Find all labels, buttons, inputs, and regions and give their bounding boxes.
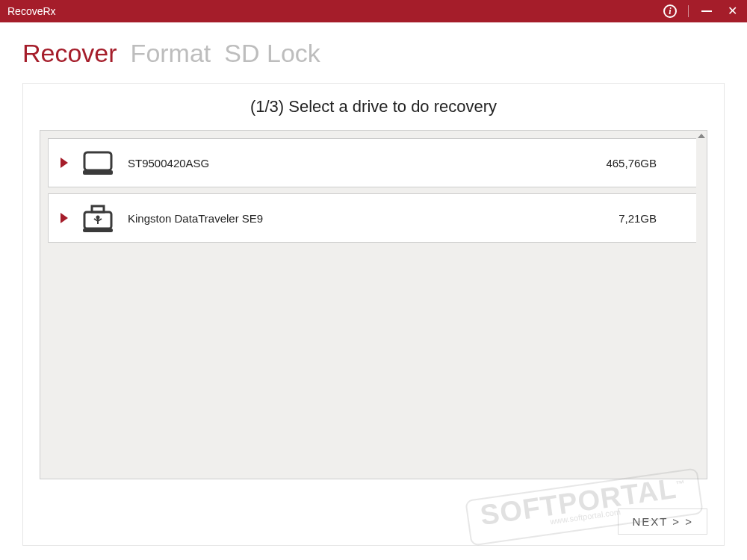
info-icon: i bbox=[663, 4, 677, 18]
watermark-tm: ™ bbox=[675, 478, 686, 490]
window-title: RecoveRx bbox=[7, 5, 663, 17]
tab-sdlock[interactable]: SD Lock bbox=[224, 39, 320, 68]
info-button[interactable]: i bbox=[663, 4, 678, 19]
svg-rect-0 bbox=[84, 152, 111, 170]
tab-recover[interactable]: Recover bbox=[22, 39, 117, 68]
drive-name: Kingston DataTraveler SE9 bbox=[128, 212, 605, 225]
scrollbar[interactable] bbox=[696, 131, 707, 479]
minimize-button[interactable] bbox=[699, 4, 714, 19]
close-icon: ✕ bbox=[728, 5, 737, 17]
tab-format[interactable]: Format bbox=[131, 39, 211, 68]
drive-row[interactable]: Kingston DataTraveler SE9 7,21GB bbox=[48, 193, 699, 243]
step-title: (1/3) Select a drive to do recovery bbox=[40, 97, 707, 116]
close-button[interactable]: ✕ bbox=[725, 4, 740, 19]
drive-list-container: ST9500420ASG 465,76GB Kingsto bbox=[40, 130, 707, 479]
drive-row[interactable]: ST9500420ASG 465,76GB bbox=[48, 138, 699, 187]
hdd-icon bbox=[81, 146, 114, 179]
expand-arrow-icon[interactable] bbox=[61, 158, 68, 168]
titlebar: RecoveRx i ✕ bbox=[0, 0, 747, 22]
drive-list: ST9500420ASG 465,76GB Kingsto bbox=[48, 138, 699, 471]
minimize-icon bbox=[701, 10, 712, 12]
separator bbox=[688, 5, 689, 17]
tab-bar: Recover Format SD Lock bbox=[0, 22, 747, 75]
drive-size: 7,21GB bbox=[619, 212, 686, 225]
window-controls: i ✕ bbox=[663, 4, 740, 19]
drive-name: ST9500420ASG bbox=[128, 157, 592, 169]
expand-arrow-icon[interactable] bbox=[61, 213, 68, 223]
scroll-up-icon[interactable] bbox=[698, 134, 705, 141]
main-panel: (1/3) Select a drive to do recovery ST95… bbox=[22, 83, 725, 546]
svg-point-4 bbox=[96, 216, 100, 220]
drive-size: 465,76GB bbox=[606, 157, 686, 169]
svg-rect-1 bbox=[83, 170, 113, 175]
svg-rect-8 bbox=[83, 228, 113, 232]
next-button[interactable]: NEXT > > bbox=[618, 508, 707, 535]
svg-rect-3 bbox=[92, 206, 104, 212]
usb-drive-icon bbox=[81, 202, 114, 234]
